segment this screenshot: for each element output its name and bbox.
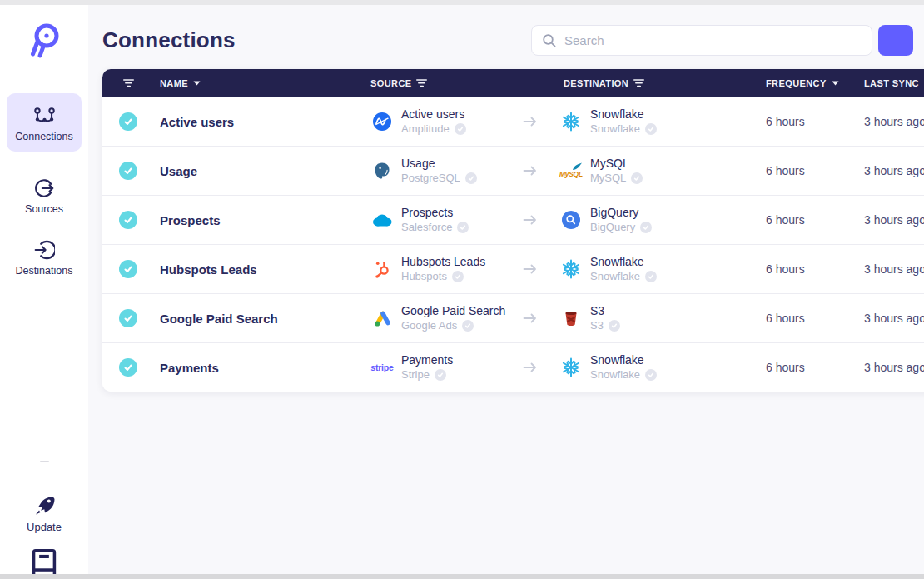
frequency-value: 6 hours bbox=[760, 164, 858, 177]
status-enabled-icon[interactable] bbox=[119, 309, 137, 327]
last-sync-value: 3 hours ago bbox=[858, 312, 924, 325]
status-enabled-icon[interactable] bbox=[119, 211, 137, 229]
sidebar-item-label: Destinations bbox=[16, 265, 73, 277]
source-title: Prospects bbox=[401, 206, 469, 221]
last-sync-value: 3 hours ago bbox=[858, 213, 924, 227]
verified-badge-icon bbox=[462, 320, 474, 332]
table-row[interactable]: Usage Usage PostgreSQL MySQL MySQL MySQL bbox=[102, 146, 924, 195]
verified-badge-icon bbox=[645, 271, 657, 282]
last-sync-value: 3 hours ago bbox=[858, 262, 924, 276]
sidebar-item-docs[interactable] bbox=[28, 552, 60, 574]
destination-connector: Snowflake bbox=[590, 368, 640, 382]
connection-name[interactable]: Active users bbox=[154, 115, 365, 129]
page-header: Connections bbox=[102, 25, 913, 56]
connections-icon bbox=[33, 104, 56, 127]
source-title: Google Paid Search bbox=[401, 304, 505, 319]
column-header-source[interactable]: SOURCE bbox=[365, 78, 519, 88]
source-connector: Salesforce bbox=[401, 221, 452, 234]
connection-name[interactable]: Payments bbox=[154, 361, 365, 375]
sidebar-divider bbox=[40, 461, 49, 462]
frequency-value: 6 hours bbox=[760, 115, 858, 128]
table-row[interactable]: Hubspots Leads Hubspots Leads Hubspots S… bbox=[102, 244, 924, 293]
last-sync-value: 3 hours ago bbox=[858, 361, 924, 374]
source-cell[interactable]: Google Paid Search Google Ads bbox=[365, 304, 519, 332]
table-row[interactable]: Payments stripe Payments Stripe Snowflak… bbox=[102, 342, 924, 392]
sidebar-item-sources[interactable]: Sources bbox=[25, 177, 63, 215]
source-cell[interactable]: stripe Payments Stripe bbox=[365, 353, 519, 382]
airbyte-logo[interactable] bbox=[23, 18, 65, 60]
rocket-icon bbox=[32, 494, 56, 517]
sidebar: Connections Sources Destinations bbox=[0, 5, 88, 574]
status-enabled-icon[interactable] bbox=[119, 358, 137, 377]
destination-cell[interactable]: Snowflake Snowflake bbox=[519, 107, 760, 136]
s3-icon bbox=[559, 308, 583, 328]
stripe-icon: stripe bbox=[370, 362, 394, 372]
destination-cell[interactable]: BigQuery BigQuery bbox=[519, 206, 760, 234]
snowflake-icon bbox=[559, 258, 583, 280]
main-content: Connections NAME bbox=[88, 5, 924, 574]
filter-icon bbox=[633, 79, 644, 87]
mysql-icon: MySQL bbox=[559, 162, 583, 179]
destination-cell[interactable]: S3 S3 bbox=[519, 304, 760, 332]
arrow-right-icon bbox=[523, 263, 537, 275]
destination-connector: Snowflake bbox=[590, 270, 640, 283]
connection-name[interactable]: Usage bbox=[154, 164, 365, 178]
sidebar-item-update[interactable]: Update bbox=[27, 494, 62, 533]
status-enabled-icon[interactable] bbox=[119, 162, 137, 180]
verified-badge-icon bbox=[645, 369, 657, 381]
connection-name[interactable]: Hubspots Leads bbox=[154, 262, 365, 277]
search-input[interactable] bbox=[564, 33, 862, 47]
source-cell[interactable]: Active users Amplitude bbox=[365, 107, 519, 136]
bigquery-icon bbox=[559, 210, 583, 230]
destination-cell[interactable]: MySQL MySQL MySQL bbox=[519, 157, 760, 185]
frequency-value: 6 hours bbox=[760, 361, 858, 374]
source-cell[interactable]: Usage PostgreSQL bbox=[365, 157, 519, 185]
destination-cell[interactable]: Snowflake Snowflake bbox=[519, 353, 760, 382]
verified-badge-icon bbox=[457, 222, 469, 233]
table-row[interactable]: Prospects Prospects Salesforce BigQuery … bbox=[102, 195, 924, 244]
arrow-right-icon bbox=[523, 214, 537, 226]
verified-badge-icon bbox=[645, 123, 657, 135]
postgresql-icon bbox=[370, 161, 394, 181]
search-box[interactable] bbox=[531, 25, 872, 56]
column-header-last-sync[interactable]: LAST SYNC bbox=[858, 78, 924, 88]
column-header-name[interactable]: NAME bbox=[154, 78, 365, 88]
source-connector: Hubspots bbox=[401, 270, 447, 283]
table-row[interactable]: Google Paid Search Google Paid Search Go… bbox=[102, 293, 924, 342]
verified-badge-icon bbox=[435, 369, 446, 381]
header-filter-cell[interactable] bbox=[102, 79, 154, 87]
connections-table: NAME SOURCE DESTINATION FREQUENCY LAST S… bbox=[102, 69, 924, 392]
sidebar-item-label: Connections bbox=[15, 131, 73, 142]
page-title: Connections bbox=[102, 27, 236, 53]
sort-caret-icon bbox=[832, 81, 839, 86]
frequency-value: 6 hours bbox=[760, 312, 858, 325]
hubspot-icon bbox=[370, 259, 394, 280]
amplitude-icon bbox=[370, 112, 394, 132]
column-header-destination[interactable]: DESTINATION bbox=[519, 78, 760, 88]
column-header-frequency[interactable]: FREQUENCY bbox=[760, 78, 858, 88]
source-connector: PostgreSQL bbox=[401, 172, 460, 185]
verified-badge-icon bbox=[465, 172, 477, 184]
filter-icon bbox=[123, 79, 134, 87]
destination-title: Snowflake bbox=[590, 353, 657, 368]
source-cell[interactable]: Prospects Salesforce bbox=[365, 206, 519, 234]
source-cell[interactable]: Hubspots Leads Hubspots bbox=[365, 255, 519, 283]
last-sync-value: 3 hours ago bbox=[858, 164, 924, 177]
status-enabled-icon[interactable] bbox=[119, 112, 137, 131]
verified-badge-icon bbox=[609, 320, 620, 332]
sidebar-item-connections[interactable]: Connections bbox=[7, 93, 82, 152]
source-connector: Stripe bbox=[401, 368, 430, 382]
sidebar-item-destinations[interactable]: Destinations bbox=[16, 238, 73, 277]
new-connection-button[interactable] bbox=[878, 25, 913, 56]
status-enabled-icon[interactable] bbox=[119, 260, 137, 278]
google-ads-icon bbox=[370, 309, 394, 327]
snowflake-icon bbox=[559, 357, 583, 378]
destination-title: MySQL bbox=[590, 157, 643, 172]
connection-name[interactable]: Google Paid Search bbox=[154, 312, 365, 326]
table-row[interactable]: Active users Active users Amplitude Snow… bbox=[102, 97, 924, 146]
source-title: Usage bbox=[401, 157, 477, 172]
destination-cell[interactable]: Snowflake Snowflake bbox=[519, 255, 760, 283]
sidebar-item-label: Update bbox=[27, 521, 62, 533]
verified-badge-icon bbox=[452, 271, 464, 282]
connection-name[interactable]: Prospects bbox=[154, 213, 365, 227]
